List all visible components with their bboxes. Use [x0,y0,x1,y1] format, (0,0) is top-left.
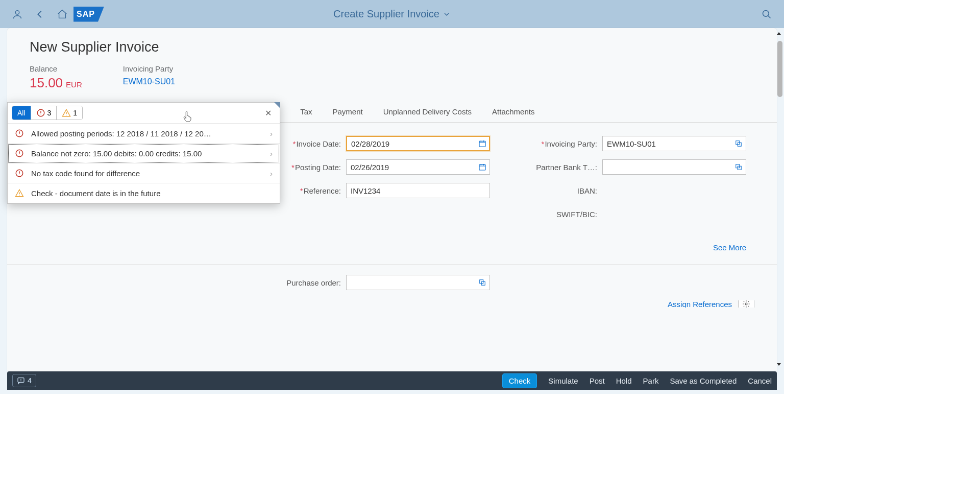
home-button[interactable] [51,4,74,25]
see-more-link[interactable]: See More [521,243,746,252]
message-item[interactable]: No tax code found for difference › [8,163,280,183]
search-button[interactable] [755,4,778,25]
chevron-right-icon: › [270,169,273,178]
chevron-right-icon: › [270,149,273,158]
invoicing-party-input-wrap [602,136,746,151]
error-icon [15,169,24,178]
table-settings-button[interactable] [738,300,754,308]
balance-label: Balance [30,64,82,73]
svg-point-0 [15,10,19,14]
error-icon [15,129,24,138]
shell-right [755,4,778,25]
svg-point-10 [745,303,747,305]
message-popover: All 3 1 ✕ Allowed posting periods: 12 20… [7,102,280,204]
tab-unplanned-delivery-costs[interactable]: Unplanned Delivery Costs [383,101,472,122]
footer-message-button[interactable]: 4 [12,374,36,387]
message-item-text: No tax code found for difference [31,169,140,178]
scroll-up-arrow[interactable] [776,30,783,37]
post-button[interactable]: Post [590,376,605,385]
error-icon [15,149,24,158]
value-help-icon[interactable] [734,139,743,148]
message-filter-errors-count: 3 [47,109,52,117]
invoicing-party-block: Invoicing Party EWM10-SU01 [123,64,175,91]
message-popover-close[interactable]: ✕ [261,106,276,120]
sap-logo: SAP [74,7,104,22]
check-button[interactable]: Check [502,373,537,388]
svg-rect-2 [479,141,485,147]
message-filter-errors[interactable]: 3 [31,106,57,120]
calendar-icon[interactable] [478,139,487,148]
reference-input[interactable] [346,183,490,198]
posting-date-input[interactable] [346,159,490,175]
back-button[interactable] [29,4,51,25]
scroll-down-arrow[interactable] [776,360,783,367]
invoice-date-input-wrap [346,136,490,151]
message-filter-group: All 3 1 [12,106,83,120]
error-icon [36,108,45,117]
footer-toolbar: 4 Check Simulate Post Hold Park Save as … [7,371,777,390]
invoicing-party-link[interactable]: EWM10-SU01 [123,77,175,86]
cancel-button[interactable]: Cancel [748,376,772,385]
tab-payment[interactable]: Payment [332,101,362,122]
shell-header: SAP Create Supplier Invoice [0,0,784,28]
shell-title-text: Create Supplier Invoice [333,8,439,20]
invoice-date-input[interactable] [346,136,490,151]
balance-amount: 15.00 [30,75,63,91]
message-icon [17,376,25,385]
message-list: Allowed posting periods: 12 2018 / 11 20… [8,123,280,203]
purchase-order-label: Purchase order: [264,278,341,287]
calendar-icon[interactable] [478,162,487,172]
purchase-order-input[interactable] [346,275,490,290]
message-item-text: Check - document date is in the future [31,189,160,198]
chevron-right-icon: › [270,129,273,138]
message-popover-header: All 3 1 ✕ [8,103,280,123]
posting-date-input-wrap [346,159,490,175]
svg-point-1 [763,10,769,16]
section-purchase-order: Purchase order: Assign References [7,265,777,323]
park-button[interactable]: Park [643,376,659,385]
message-item[interactable]: Check - document date is in the future [8,183,280,203]
message-item-text: Allowed posting periods: 12 2018 / 11 20… [31,129,211,138]
invoicing-party-label: Invoicing Party [123,64,175,73]
warning-icon [62,108,71,117]
message-filter-warnings[interactable]: 1 [56,106,82,120]
popover-resize-handle[interactable] [274,102,280,108]
balance-block: Balance 15.00 EUR [30,64,82,91]
tab-attachments[interactable]: Attachments [492,101,534,122]
page-header: New Supplier Invoice Balance 15.00 EUR I… [7,28,777,96]
footer-actions: Check Simulate Post Hold Park Save as Co… [502,373,772,388]
message-item[interactable]: Allowed posting periods: 12 2018 / 11 20… [8,124,280,144]
message-item[interactable]: Balance not zero: 15.00 debits: 0.00 cre… [8,144,280,163]
balance-currency: EUR [66,80,82,89]
swift-label: SWIFT/BIC: [521,210,597,219]
partner-bank-input[interactable] [602,159,746,175]
assign-references-link[interactable]: Assign References [668,300,732,308]
svg-rect-3 [479,164,485,170]
warning-icon [15,188,24,198]
scroll-thumb[interactable] [777,41,782,97]
hold-button[interactable]: Hold [616,376,632,385]
invoicing-party-form-label: Invoicing Party: [521,139,597,148]
value-help-icon[interactable] [734,162,743,172]
tab-tax[interactable]: Tax [300,101,312,122]
save-as-completed-button[interactable]: Save as Completed [670,376,737,385]
app-root: SAP Create Supplier Invoice New Supplier… [0,0,784,394]
chevron-down-icon [443,10,451,18]
footer-message-count: 4 [28,376,32,385]
invoicing-party-input[interactable] [602,136,746,151]
shell-title-dropdown[interactable]: Create Supplier Invoice [333,8,451,20]
person-icon [12,9,23,20]
value-help-icon[interactable] [478,278,487,287]
purchase-order-input-wrap [346,275,490,290]
iban-label: IBAN: [521,186,597,195]
shell-left: SAP [6,4,104,25]
message-filter-all[interactable]: All [12,106,31,120]
partner-bank-label: Partner Bank T…: [521,163,597,172]
user-button[interactable] [6,4,29,25]
message-filter-warnings-count: 1 [73,109,77,117]
page-title: New Supplier Invoice [30,39,754,55]
home-icon [57,9,68,20]
search-icon [762,9,772,19]
simulate-button[interactable]: Simulate [548,376,578,385]
message-item-text: Balance not zero: 15.00 debits: 0.00 cre… [31,149,202,158]
